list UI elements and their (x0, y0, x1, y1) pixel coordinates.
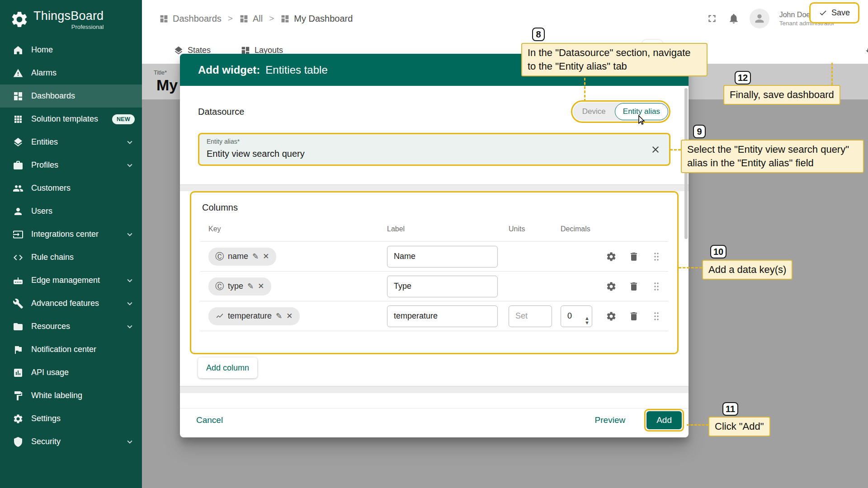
brand[interactable]: ThingsBoard Professional (0, 0, 142, 37)
entities-icon (13, 137, 24, 148)
data-key-chip-temperature[interactable]: temperature ✎ ✕ (208, 307, 300, 325)
connector-line (687, 424, 708, 426)
security-icon (13, 436, 24, 447)
entity-field-icon: Ⓒ (215, 282, 224, 291)
entity-alias-field-value: Entity view search query (207, 149, 305, 159)
sidebar-item-advanced-features[interactable]: Advanced features (0, 292, 142, 315)
chevron-down-icon (125, 137, 135, 147)
rule-chains-icon (13, 252, 24, 263)
breadcrumb-item[interactable]: Dashboards (159, 14, 222, 24)
column-row-temperature: temperature ✎ ✕ ▲▼ (200, 301, 668, 331)
sidebar-item-edge-management[interactable]: Edge management (0, 269, 142, 292)
topbar: Dashboards>All>My Dashboard John Doe Ten… (142, 0, 868, 37)
edit-key-icon[interactable]: ✎ (276, 312, 282, 320)
fullscreen-icon[interactable] (706, 13, 718, 24)
header-units: Units (509, 225, 561, 233)
apps-icon (13, 114, 24, 125)
step-10-badge: 10 (710, 245, 726, 258)
profiles-icon (13, 160, 24, 171)
resources-icon (13, 321, 24, 332)
integrations-icon (13, 229, 24, 240)
sidebar-item-customers[interactable]: Customers (0, 177, 142, 200)
delete-column-trash-icon[interactable] (628, 311, 639, 322)
sidebar-item-resources[interactable]: Resources (0, 315, 142, 338)
connector-line (679, 267, 702, 268)
column-label-input[interactable] (387, 305, 498, 327)
dashboard-grid-icon (159, 14, 169, 23)
sidebar-item-settings[interactable]: Settings (0, 407, 142, 430)
dashboard-grid-icon (280, 14, 290, 23)
decimals-stepper-icons[interactable]: ▲▼ (585, 316, 590, 325)
sidebar-item-solution-templates[interactable]: Solution templatesNEW (0, 108, 142, 131)
sidebar-item-rule-chains[interactable]: Rule chains (0, 246, 142, 269)
sidebar-item-profiles[interactable]: Profiles (0, 154, 142, 177)
sidebar-item-dashboards[interactable]: Dashboards (0, 84, 142, 108)
notifications-bell-icon[interactable] (728, 13, 740, 24)
edit-key-icon[interactable]: ✎ (252, 253, 259, 260)
remove-key-icon[interactable]: ✕ (286, 312, 292, 320)
preview-button[interactable]: Preview (590, 412, 631, 429)
drag-handle-icon[interactable] (651, 311, 662, 322)
sidebar-item-alarms[interactable]: Alarms (0, 61, 142, 84)
column-settings-gear-icon[interactable] (606, 251, 617, 262)
sidebar-item-integrations-center[interactable]: Integrations center (0, 223, 142, 246)
history-icon[interactable] (865, 44, 868, 56)
tutorial-callout-11: Click "Add" (708, 417, 770, 436)
thingsboard-gear-icon (10, 10, 29, 29)
dashboard-grid-icon (239, 14, 249, 23)
column-settings-gear-icon[interactable] (606, 311, 617, 322)
sidebar-item-entities[interactable]: Entities (0, 131, 142, 154)
brand-name: ThingsBoard (33, 9, 104, 23)
tab-device[interactable]: Device (573, 107, 615, 116)
remove-key-icon[interactable]: ✕ (263, 253, 269, 260)
entity-alias-field[interactable]: Entity alias* Entity view search query (198, 133, 670, 166)
remove-key-icon[interactable]: ✕ (258, 282, 264, 290)
connector-line (670, 149, 681, 150)
column-units-input[interactable] (509, 305, 552, 327)
datasource-type-highlight-ring: Device Entity alias (571, 100, 670, 123)
connector-line (584, 74, 585, 102)
data-key-chip-name[interactable]: Ⓒ name ✎ ✕ (208, 248, 276, 266)
step-9-badge: 9 (693, 125, 706, 138)
tutorial-callout-12: Finally, save dashboard (723, 85, 840, 105)
drag-handle-icon[interactable] (651, 251, 662, 262)
datasource-label: Datasource (198, 107, 244, 117)
avatar[interactable] (750, 9, 769, 28)
sidebar-item-api-usage[interactable]: API usage (0, 361, 142, 384)
entity-field-icon: Ⓒ (215, 252, 224, 261)
sidebar-item-security[interactable]: Security (0, 430, 142, 453)
delete-column-trash-icon[interactable] (628, 251, 639, 262)
column-label-input[interactable] (387, 276, 498, 297)
chevron-down-icon (125, 160, 135, 170)
white-labeling-icon (13, 390, 24, 401)
breadcrumb-item[interactable]: My Dashboard (280, 14, 353, 24)
sidebar-item-users[interactable]: Users (0, 200, 142, 223)
add-column-button[interactable]: Add column (198, 357, 257, 378)
columns-section: Columns Key Label Units Decimals Ⓒ name … (180, 191, 689, 386)
sidebar-item-notification-center[interactable]: Notification center (0, 338, 142, 361)
clear-alias-icon[interactable] (650, 144, 661, 155)
column-settings-gear-icon[interactable] (606, 281, 617, 292)
connector-line (831, 63, 833, 85)
dialog-cancel-button[interactable]: Cancel (191, 412, 228, 429)
person-icon (753, 12, 766, 25)
step-12-badge: 12 (735, 71, 751, 84)
edit-key-icon[interactable]: ✎ (247, 282, 254, 290)
new-badge: NEW (112, 114, 135, 124)
sidebar-item-home[interactable]: Home (0, 38, 142, 61)
header-decimals: Decimals (561, 225, 606, 233)
chevron-down-icon (125, 299, 135, 309)
breadcrumb-item[interactable]: All (239, 14, 263, 24)
column-row-type: Ⓒ type ✎ ✕ (200, 272, 668, 301)
dashboards-icon (13, 91, 24, 102)
delete-column-trash-icon[interactable] (628, 281, 639, 292)
drag-handle-icon[interactable] (651, 281, 662, 292)
sidebar-nav: HomeAlarmsDashboardsSolution templatesNE… (0, 38, 142, 453)
sidebar-item-white-labeling[interactable]: White labeling (0, 384, 142, 407)
dialog-title-name: Entities table (265, 64, 327, 76)
save-dashboard-button[interactable]: Save (811, 5, 857, 21)
dialog-add-button[interactable]: Add (646, 411, 682, 429)
column-label-input[interactable] (387, 246, 498, 267)
entity-alias-field-label: Entity alias* (207, 138, 240, 145)
data-key-chip-type[interactable]: Ⓒ type ✎ ✕ (208, 277, 271, 296)
